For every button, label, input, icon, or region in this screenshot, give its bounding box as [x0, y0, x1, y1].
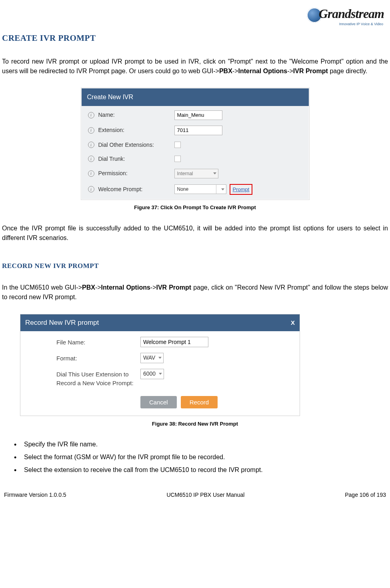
- row-dial-trunk: i Dial Trunk:: [82, 152, 309, 166]
- extension-input[interactable]: [174, 126, 222, 135]
- text: ->: [287, 68, 293, 74]
- bold-pbx: PBX: [82, 284, 95, 291]
- file-name-input[interactable]: [140, 337, 208, 347]
- figure-38-caption: Figure 38: Record New IVR Prompt: [2, 420, 388, 428]
- label-dial-other: Dial Other Extensions:: [98, 141, 174, 149]
- info-icon[interactable]: i: [88, 186, 94, 192]
- chevron-down-icon: [221, 188, 224, 190]
- bold-ivr-prompt: IVR Prompt: [293, 68, 328, 74]
- label-file-name: File Name:: [56, 337, 140, 347]
- form-body: i Name: i Extension: i Dial Other Extens…: [82, 106, 309, 200]
- record-button[interactable]: Record: [181, 396, 218, 408]
- label-name: Name:: [98, 111, 174, 119]
- bold-internal-options: Internal Options: [238, 68, 287, 74]
- label-format: Format:: [56, 353, 140, 363]
- text: ->: [150, 284, 156, 291]
- footer-page: Page 106 of 193: [345, 491, 386, 499]
- button-row: Cancel Record: [56, 394, 292, 410]
- row-file-name: File Name:: [56, 337, 292, 347]
- list-item: Select the format (GSM or WAV) for the I…: [14, 452, 388, 462]
- row-permission: i Permission: Internal: [82, 166, 309, 181]
- prompt-link[interactable]: Prompt: [230, 184, 253, 195]
- row-dial-extension: Dial This User Extension to Record a New…: [56, 369, 292, 388]
- label-extension: Extension:: [98, 126, 174, 134]
- chevron-down-icon: [213, 172, 216, 174]
- select-value: None: [177, 186, 189, 193]
- dialog-title: Record New IVR prompt: [25, 318, 99, 328]
- chevron-down-icon: [159, 373, 162, 375]
- figure-record-new-ivr: Record New IVR prompt X File Name: Forma…: [20, 314, 300, 416]
- footer-firmware: Firmware Version 1.0.0.5: [4, 491, 66, 499]
- panel-header: Create New IVR: [82, 88, 309, 106]
- text: ->: [95, 284, 101, 291]
- info-icon[interactable]: i: [88, 112, 94, 118]
- select-value: 6000: [143, 370, 156, 378]
- record-paragraph: In the UCM6510 web GUI->PBX->Internal Op…: [2, 283, 388, 302]
- row-format: Format: WAV: [56, 353, 292, 363]
- dial-trunk-checkbox[interactable]: [174, 156, 181, 162]
- permission-select[interactable]: Internal: [174, 169, 218, 178]
- label-permission: Permission:: [98, 169, 174, 178]
- info-icon[interactable]: i: [88, 156, 94, 162]
- cancel-button[interactable]: Cancel: [140, 396, 177, 408]
- label-welcome-prompt: Welcome Prompt:: [98, 185, 174, 194]
- row-extension: i Extension:: [82, 123, 309, 138]
- dialog-body: File Name: Format: WAV Dial This User Ex…: [20, 331, 300, 416]
- format-select[interactable]: WAV: [140, 353, 164, 363]
- logo-text: Grandstream: [307, 4, 384, 23]
- row-welcome-prompt: i Welcome Prompt: None Prompt: [82, 181, 309, 198]
- chevron-down-icon: [158, 357, 162, 359]
- bold-pbx: PBX: [219, 68, 232, 74]
- intro-paragraph-2: Once the IVR prompt file is successfully…: [2, 224, 388, 243]
- label-dial-trunk: Dial Trunk:: [98, 155, 174, 163]
- section-title-create-ivr: CREATE IVR PROMPT: [2, 32, 388, 45]
- info-icon[interactable]: i: [88, 170, 94, 177]
- info-icon[interactable]: i: [88, 142, 94, 148]
- label-dial-extension: Dial This User Extension to Record a New…: [56, 369, 140, 388]
- figure-create-new-ivr: Create New IVR i Name: i Extension: i Di…: [81, 88, 309, 200]
- select-value: Internal: [177, 170, 193, 177]
- intro-paragraph-1: To record new IVR prompt or upload IVR p…: [2, 57, 388, 76]
- close-icon[interactable]: X: [291, 318, 295, 328]
- text: Dial This User Extension to: [56, 371, 129, 378]
- bold-ivr-prompt: IVR Prompt: [156, 284, 192, 291]
- figure-37-caption: Figure 37: Click On Prompt To Create IVR…: [2, 204, 388, 212]
- select-value: WAV: [143, 354, 155, 362]
- dial-other-checkbox[interactable]: [174, 142, 181, 148]
- list-item: Specify the IVR file name.: [14, 440, 388, 449]
- section-title-record-new-ivr: RECORD NEW IVR PROMPT: [2, 261, 388, 271]
- page-footer: Firmware Version 1.0.0.5 UCM6510 IP PBX …: [2, 491, 388, 499]
- text: Record a New Voice Prompt:: [56, 380, 134, 386]
- row-name: i Name:: [82, 108, 309, 123]
- text: page directly.: [328, 68, 367, 74]
- list-item: Select the extension to receive the call…: [14, 465, 388, 475]
- dialog-header: Record New IVR prompt X: [20, 314, 300, 331]
- name-input[interactable]: [174, 110, 222, 120]
- bold-internal-options: Internal Options: [101, 284, 150, 291]
- text: ->: [232, 68, 238, 74]
- info-icon[interactable]: i: [88, 127, 94, 134]
- brand-logo: Grandstream Innovative IP Voice & Video: [307, 4, 384, 27]
- welcome-prompt-select[interactable]: None: [174, 184, 226, 194]
- text: In the UCM6510 web GUI->: [2, 284, 82, 291]
- footer-title: UCM6510 IP PBX User Manual: [166, 491, 244, 499]
- extension-select[interactable]: 6000: [140, 369, 164, 379]
- steps-list: Specify the IVR file name. Select the fo…: [2, 440, 388, 475]
- row-dial-other: i Dial Other Extensions:: [82, 138, 309, 152]
